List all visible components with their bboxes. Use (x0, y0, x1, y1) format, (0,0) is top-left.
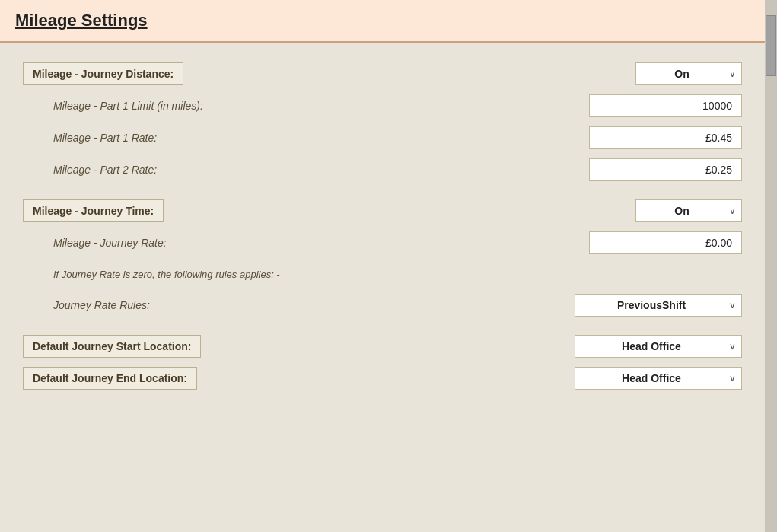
part1-rate-label-cell: Mileage - Part 1 Rate: (53, 132, 589, 144)
journey-rate-label: Mileage - Journey Rate: (53, 237, 167, 249)
part2-rate-label-cell: Mileage - Part 2 Rate: (53, 164, 589, 176)
default-start-label-cell: Default Journey Start Location: (23, 335, 575, 358)
journey-distance-row: Mileage - Journey Distance: On Off (23, 58, 742, 90)
journey-time-label: Mileage - Journey Time: (23, 199, 164, 222)
journey-time-row: Mileage - Journey Time: On Off (23, 195, 742, 227)
part1-rate-control (589, 126, 742, 149)
journey-rate-note-row: If Journey Rate is zero, the following r… (23, 259, 742, 289)
default-start-row: Default Journey Start Location: Head Off… (23, 330, 742, 362)
default-end-label: Default Journey End Location: (23, 367, 197, 390)
part1-limit-label-cell: Mileage - Part 1 Limit (in miles): (53, 100, 589, 112)
part1-rate-row: Mileage - Part 1 Rate: (23, 122, 742, 154)
journey-rate-input[interactable] (589, 231, 742, 254)
default-start-label: Default Journey Start Location: (23, 335, 201, 358)
journey-time-control: On Off (635, 199, 742, 222)
part2-rate-control (589, 158, 742, 181)
journey-rate-note-cell: If Journey Rate is zero, the following r… (53, 269, 742, 280)
journey-time-select[interactable]: On Off (635, 199, 742, 222)
part2-rate-row: Mileage - Part 2 Rate: (23, 154, 742, 186)
main-content: Mileage Settings Mileage - Journey Dista… (0, 0, 765, 532)
part1-limit-input[interactable] (589, 94, 742, 117)
part2-rate-label: Mileage - Part 2 Rate: (53, 164, 157, 176)
page-title: Mileage Settings (15, 11, 148, 30)
default-end-row: Default Journey End Location: Head Offic… (23, 362, 742, 394)
divider-1 (23, 186, 742, 195)
part1-rate-input[interactable] (589, 126, 742, 149)
journey-rate-rules-select[interactable]: PreviousShift NextShift Fixed (575, 294, 742, 317)
default-end-control: Head Office Home Other (575, 367, 742, 390)
journey-distance-select[interactable]: On Off (635, 62, 742, 85)
journey-rate-row: Mileage - Journey Rate: (23, 227, 742, 259)
part1-limit-row: Mileage - Part 1 Limit (in miles): (23, 90, 742, 122)
journey-distance-control: On Off (635, 62, 742, 85)
journey-rate-rules-select-wrapper[interactable]: PreviousShift NextShift Fixed (575, 294, 742, 317)
journey-rate-rules-control: PreviousShift NextShift Fixed (575, 294, 742, 317)
journey-rate-rules-label-cell: Journey Rate Rules: (53, 299, 575, 311)
default-end-select[interactable]: Head Office Home Other (575, 367, 742, 390)
part1-limit-control (589, 94, 742, 117)
journey-time-select-wrapper[interactable]: On Off (635, 199, 742, 222)
divider-2 (23, 321, 742, 330)
part2-rate-input[interactable] (589, 158, 742, 181)
journey-rate-note: If Journey Rate is zero, the following r… (53, 269, 280, 280)
journey-rate-rules-row: Journey Rate Rules: PreviousShift NextSh… (23, 289, 742, 321)
journey-distance-label-cell: Mileage - Journey Distance: (23, 62, 635, 85)
part1-rate-label: Mileage - Part 1 Rate: (53, 132, 157, 144)
part1-limit-label: Mileage - Part 1 Limit (in miles): (53, 100, 203, 112)
page-header: Mileage Settings (0, 0, 765, 43)
default-start-select-wrapper[interactable]: Head Office Home Other (575, 335, 742, 358)
content-area: Mileage - Journey Distance: On Off Milea… (0, 43, 765, 532)
scrollbar[interactable] (765, 0, 777, 532)
scrollbar-thumb[interactable] (766, 15, 776, 76)
default-end-select-wrapper[interactable]: Head Office Home Other (575, 367, 742, 390)
journey-rate-control (589, 231, 742, 254)
journey-distance-label: Mileage - Journey Distance: (23, 62, 183, 85)
default-start-control: Head Office Home Other (575, 335, 742, 358)
default-start-select[interactable]: Head Office Home Other (575, 335, 742, 358)
journey-distance-select-wrapper[interactable]: On Off (635, 62, 742, 85)
journey-time-label-cell: Mileage - Journey Time: (23, 199, 635, 222)
journey-rate-rules-label: Journey Rate Rules: (53, 299, 150, 311)
journey-rate-label-cell: Mileage - Journey Rate: (53, 237, 589, 249)
default-end-label-cell: Default Journey End Location: (23, 367, 575, 390)
